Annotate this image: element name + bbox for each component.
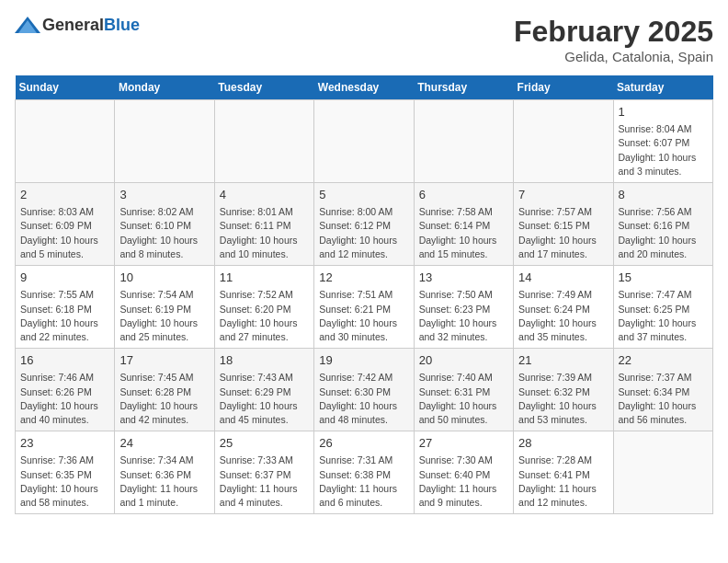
day-cell: 17Sunrise: 7:45 AM Sunset: 6:28 PM Dayli… [115,349,214,431]
day-cell: 5Sunrise: 8:00 AM Sunset: 6:12 PM Daylig… [314,183,414,266]
day-number: 21 [518,352,608,369]
day-cell: 4Sunrise: 8:01 AM Sunset: 6:11 PM Daylig… [214,183,313,266]
day-info: Sunrise: 8:00 AM Sunset: 6:12 PM Dayligh… [319,205,408,261]
day-cell: 15Sunrise: 7:47 AM Sunset: 6:25 PM Dayli… [613,266,712,349]
day-cell: 7Sunrise: 7:57 AM Sunset: 6:15 PM Daylig… [514,183,613,266]
day-info: Sunrise: 7:45 AM Sunset: 6:28 PM Dayligh… [119,371,209,427]
day-number: 20 [419,352,508,369]
day-info: Sunrise: 7:57 AM Sunset: 6:15 PM Dayligh… [518,205,608,261]
day-info: Sunrise: 7:52 AM Sunset: 6:20 PM Dayligh… [220,288,309,344]
week-row-5: 23Sunrise: 7:36 AM Sunset: 6:35 PM Dayli… [16,431,713,514]
page-header: GeneralBlue February 2025 Gelida, Catalo… [15,15,713,64]
day-info: Sunrise: 7:34 AM Sunset: 6:36 PM Dayligh… [119,454,209,510]
day-number: 10 [119,270,209,286]
day-number: 26 [319,435,408,452]
day-info: Sunrise: 8:01 AM Sunset: 6:11 PM Dayligh… [220,205,309,261]
day-number: 13 [419,270,508,286]
day-number: 4 [220,187,309,203]
day-info: Sunrise: 7:50 AM Sunset: 6:23 PM Dayligh… [419,288,508,344]
day-number: 6 [419,187,508,203]
day-info: Sunrise: 7:31 AM Sunset: 6:38 PM Dayligh… [319,454,408,510]
day-info: Sunrise: 7:43 AM Sunset: 6:29 PM Dayligh… [220,371,309,427]
day-info: Sunrise: 7:54 AM Sunset: 6:19 PM Dayligh… [119,288,209,344]
day-number: 23 [20,435,109,452]
day-cell [16,100,115,183]
day-cell: 6Sunrise: 7:58 AM Sunset: 6:14 PM Daylig… [414,183,513,266]
day-cell: 26Sunrise: 7:31 AM Sunset: 6:38 PM Dayli… [314,431,414,514]
logo-general-text: General [42,16,104,34]
day-number: 18 [220,352,309,369]
day-number: 12 [319,270,408,286]
day-info: Sunrise: 7:30 AM Sunset: 6:40 PM Dayligh… [419,454,508,510]
day-cell: 9Sunrise: 7:55 AM Sunset: 6:18 PM Daylig… [16,266,115,349]
day-info: Sunrise: 7:58 AM Sunset: 6:14 PM Dayligh… [419,205,508,261]
logo-icon [15,15,40,35]
day-info: Sunrise: 8:03 AM Sunset: 6:09 PM Dayligh… [20,205,109,261]
day-cell [613,431,712,514]
day-cell: 2Sunrise: 8:03 AM Sunset: 6:09 PM Daylig… [16,183,115,266]
day-cell: 20Sunrise: 7:40 AM Sunset: 6:31 PM Dayli… [414,349,513,431]
day-number: 15 [619,270,708,286]
week-row-4: 16Sunrise: 7:46 AM Sunset: 6:26 PM Dayli… [16,349,713,431]
day-info: Sunrise: 7:33 AM Sunset: 6:37 PM Dayligh… [220,454,309,510]
header-cell-thursday: Thursday [414,75,513,100]
day-cell: 25Sunrise: 7:33 AM Sunset: 6:37 PM Dayli… [214,431,313,514]
location-subtitle: Gelida, Catalonia, Spain [514,49,713,64]
day-number: 16 [20,352,109,369]
day-cell: 27Sunrise: 7:30 AM Sunset: 6:40 PM Dayli… [414,431,513,514]
day-info: Sunrise: 8:02 AM Sunset: 6:10 PM Dayligh… [119,205,209,261]
header-cell-tuesday: Tuesday [214,75,313,100]
day-number: 9 [20,270,109,286]
logo-blue-text: Blue [104,16,140,34]
week-row-2: 2Sunrise: 8:03 AM Sunset: 6:09 PM Daylig… [16,183,713,266]
header-cell-monday: Monday [115,75,214,100]
day-number: 11 [220,270,309,286]
day-info: Sunrise: 8:04 AM Sunset: 6:07 PM Dayligh… [619,122,708,178]
week-row-1: 1Sunrise: 8:04 AM Sunset: 6:07 PM Daylig… [16,100,713,183]
day-cell [214,100,313,183]
day-cell [514,100,613,183]
header-cell-friday: Friday [514,75,613,100]
day-info: Sunrise: 7:47 AM Sunset: 6:25 PM Dayligh… [619,288,708,344]
header-row: SundayMondayTuesdayWednesdayThursdayFrid… [16,75,713,100]
header-cell-sunday: Sunday [16,75,115,100]
day-number: 27 [419,435,508,452]
day-cell: 14Sunrise: 7:49 AM Sunset: 6:24 PM Dayli… [514,266,613,349]
month-title: February 2025 [514,15,713,49]
day-number: 17 [119,352,209,369]
day-number: 22 [619,352,708,369]
day-number: 2 [20,187,109,203]
day-number: 8 [619,187,708,203]
day-info: Sunrise: 7:40 AM Sunset: 6:31 PM Dayligh… [419,371,508,427]
day-number: 7 [518,187,608,203]
day-number: 25 [220,435,309,452]
day-cell: 21Sunrise: 7:39 AM Sunset: 6:32 PM Dayli… [514,349,613,431]
calendar-body: 1Sunrise: 8:04 AM Sunset: 6:07 PM Daylig… [16,100,713,514]
day-cell: 24Sunrise: 7:34 AM Sunset: 6:36 PM Dayli… [115,431,214,514]
day-cell: 3Sunrise: 8:02 AM Sunset: 6:10 PM Daylig… [115,183,214,266]
header-cell-wednesday: Wednesday [314,75,414,100]
week-row-3: 9Sunrise: 7:55 AM Sunset: 6:18 PM Daylig… [16,266,713,349]
day-number: 1 [619,104,708,121]
day-info: Sunrise: 7:46 AM Sunset: 6:26 PM Dayligh… [20,371,109,427]
day-cell: 28Sunrise: 7:28 AM Sunset: 6:41 PM Dayli… [514,431,613,514]
day-info: Sunrise: 7:36 AM Sunset: 6:35 PM Dayligh… [20,454,109,510]
day-info: Sunrise: 7:28 AM Sunset: 6:41 PM Dayligh… [518,454,608,510]
day-info: Sunrise: 7:51 AM Sunset: 6:21 PM Dayligh… [319,288,408,344]
header-cell-saturday: Saturday [613,75,712,100]
day-info: Sunrise: 7:42 AM Sunset: 6:30 PM Dayligh… [319,371,408,427]
day-info: Sunrise: 7:39 AM Sunset: 6:32 PM Dayligh… [518,371,608,427]
title-block: February 2025 Gelida, Catalonia, Spain [514,15,713,64]
day-cell [414,100,513,183]
day-cell: 13Sunrise: 7:50 AM Sunset: 6:23 PM Dayli… [414,266,513,349]
day-cell: 22Sunrise: 7:37 AM Sunset: 6:34 PM Dayli… [613,349,712,431]
day-cell: 11Sunrise: 7:52 AM Sunset: 6:20 PM Dayli… [214,266,313,349]
day-cell: 10Sunrise: 7:54 AM Sunset: 6:19 PM Dayli… [115,266,214,349]
day-cell: 1Sunrise: 8:04 AM Sunset: 6:07 PM Daylig… [613,100,712,183]
day-info: Sunrise: 7:49 AM Sunset: 6:24 PM Dayligh… [518,288,608,344]
day-number: 14 [518,270,608,286]
day-info: Sunrise: 7:55 AM Sunset: 6:18 PM Dayligh… [20,288,109,344]
day-cell [115,100,214,183]
day-cell: 23Sunrise: 7:36 AM Sunset: 6:35 PM Dayli… [16,431,115,514]
calendar-header: SundayMondayTuesdayWednesdayThursdayFrid… [16,75,713,100]
